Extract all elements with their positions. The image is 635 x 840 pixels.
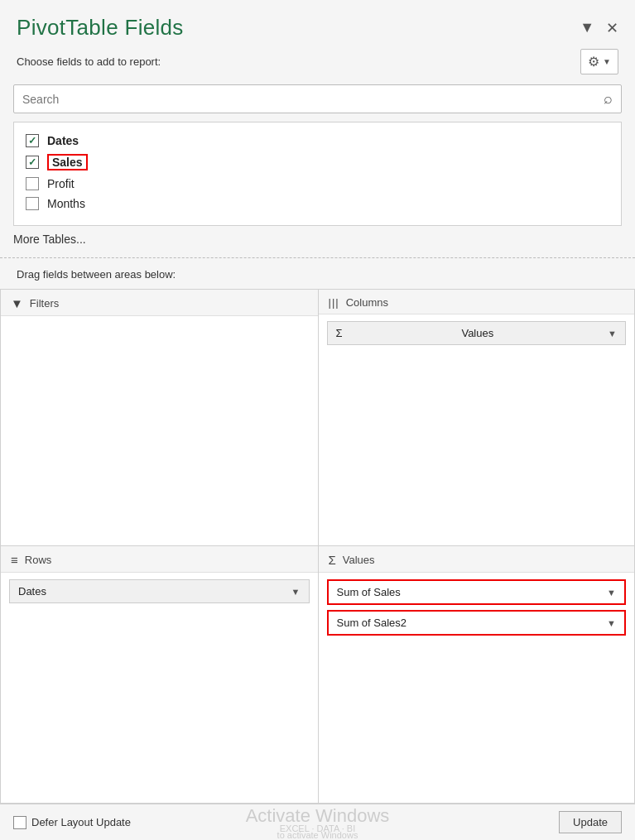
rows-chip-arrow-icon: ▼ [291, 587, 301, 597]
panel-title: PivotTable Fields [17, 15, 184, 41]
drag-label: Drag fields between areas below: [0, 263, 635, 289]
section-label: Choose fields to add to report: [17, 55, 161, 68]
sum-of-sales-label: Sum of Sales [337, 586, 401, 598]
update-button[interactable]: Update [559, 811, 622, 833]
field-item-profit[interactable]: Profit [26, 174, 609, 194]
bottom-bar: Defer Layout Update Activate Windows EXC… [0, 804, 635, 840]
gear-dropdown-arrow: ▼ [603, 57, 611, 66]
checkbox-months[interactable] [26, 197, 39, 210]
field-item-sales[interactable]: Sales [26, 151, 609, 174]
area-rows: ≡ Rows Dates ▼ [0, 546, 318, 804]
close-icon[interactable]: ✕ [606, 19, 618, 37]
pivot-table-panel: PivotTable Fields ▼ ✕ Choose fields to a… [0, 0, 635, 840]
watermark-line2: EXCEL · DATA · BI [246, 823, 390, 833]
area-values: Σ Values Sum of Sales ▼ Sum of Sales2 ▼ [318, 546, 636, 804]
area-values-header: Σ Values [319, 546, 635, 573]
chip-arrow-icon: ▼ [608, 329, 617, 338]
field-item-months[interactable]: Months [26, 194, 609, 214]
gear-icon: ⚙ [588, 54, 599, 70]
gear-button[interactable]: ⚙ ▼ [580, 49, 618, 74]
search-bar: ⌕ [13, 84, 622, 113]
sum-of-sales2-chip[interactable]: Sum of Sales2 ▼ [327, 610, 627, 636]
panel-header: PivotTable Fields ▼ ✕ [0, 0, 635, 49]
area-filters-header: ▼ Filters [1, 290, 318, 316]
rows-icon: ≡ [11, 553, 18, 567]
area-filters-label: Filters [30, 297, 59, 310]
checkbox-dates[interactable] [26, 134, 39, 147]
area-rows-label: Rows [25, 554, 52, 566]
sum-of-sales2-label: Sum of Sales2 [337, 617, 407, 629]
defer-checkbox[interactable] [13, 816, 26, 829]
watermark-line1: Activate Windows [246, 805, 390, 826]
chip-values-label: Values [461, 327, 493, 339]
watermark: Activate Windows EXCEL · DATA · BI to ac… [246, 805, 390, 840]
columns-icon: ||| [329, 296, 339, 309]
chip-sigma-icon: Σ [336, 327, 343, 339]
area-rows-header: ≡ Rows [1, 546, 318, 573]
watermark-line3: to activate Windows [246, 830, 390, 840]
sum-of-sales-arrow-icon: ▼ [607, 588, 616, 598]
chip-dates-label: Dates [18, 585, 46, 598]
field-label-sales: Sales [47, 154, 88, 170]
field-item-dates[interactable]: Dates [26, 131, 609, 151]
search-input[interactable] [22, 93, 604, 106]
area-values-content: Sum of Sales ▼ Sum of Sales2 ▼ [319, 573, 635, 803]
field-label-dates: Dates [47, 134, 79, 147]
defer-text: Defer Layout Update [31, 816, 131, 828]
header-icons: ▼ ✕ [580, 19, 618, 37]
area-filters-content[interactable] [1, 316, 318, 545]
area-rows-content: Dates ▼ [1, 573, 318, 803]
sum-of-sales-chip[interactable]: Sum of Sales ▼ [327, 579, 627, 605]
rows-dates-chip[interactable]: Dates ▼ [9, 579, 310, 603]
area-columns-label: Columns [346, 296, 388, 309]
fields-list: Dates Sales Profit Months [13, 122, 622, 226]
sum-of-sales2-arrow-icon: ▼ [607, 618, 616, 628]
area-filters: ▼ Filters [0, 289, 318, 546]
more-tables-link[interactable]: More Tables... [0, 226, 635, 249]
area-values-label: Values [343, 554, 375, 566]
area-columns: ||| Columns Σ Values ▼ [318, 289, 636, 546]
columns-values-chip[interactable]: Σ Values ▼ [327, 321, 627, 345]
checkbox-profit[interactable] [26, 177, 39, 190]
area-columns-header: ||| Columns [319, 290, 635, 314]
defer-layout-label: Defer Layout Update [13, 816, 131, 829]
field-label-months: Months [47, 197, 85, 210]
values-sigma-icon: Σ [329, 553, 336, 567]
dropdown-icon[interactable]: ▼ [580, 19, 594, 36]
checkbox-sales[interactable] [26, 156, 39, 169]
area-columns-content: Σ Values ▼ [319, 314, 635, 545]
areas-grid: ▼ Filters ||| Columns Σ Values ▼ [0, 289, 635, 804]
field-label-profit: Profit [47, 177, 75, 190]
search-icon: ⌕ [604, 90, 613, 108]
filter-icon: ▼ [11, 296, 23, 310]
